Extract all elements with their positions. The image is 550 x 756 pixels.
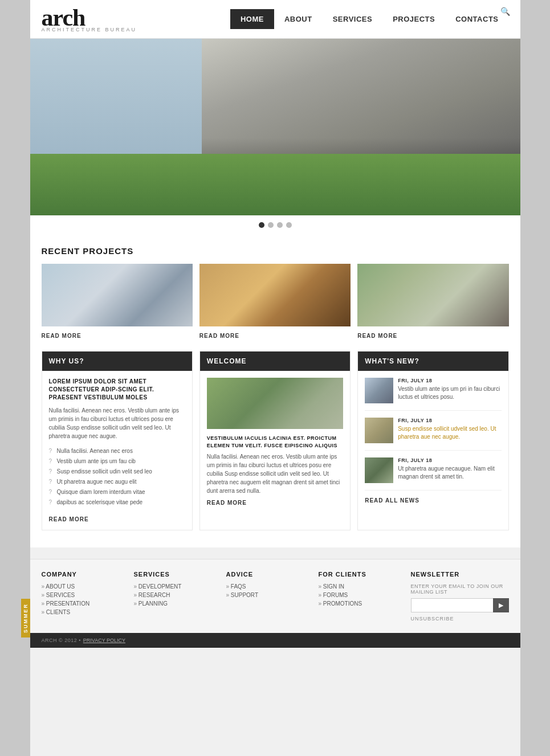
welcome-subtitle: VESTIBULUM IACULIS LACINIA EST. PROICTUM… <box>207 435 343 449</box>
summer-badge: SUMMER <box>21 599 30 638</box>
nav-services[interactable]: SERVICES <box>323 9 383 29</box>
footer-clients-link-1[interactable]: SIGN IN <box>319 583 405 590</box>
recent-projects-title: RECENT PROJECTS <box>42 246 509 256</box>
news-date-3: FRI, JULY 18 <box>398 457 501 463</box>
footer-top: COMPANY ABOUT US SERVICES PRESENTATION C… <box>30 559 520 633</box>
footer-services-link-1[interactable]: DEVELOPMENT <box>134 583 221 590</box>
project-card-2: READ MORE <box>199 264 351 340</box>
footer-company: COMPANY ABOUT US SERVICES PRESENTATION C… <box>42 571 128 622</box>
list-item-6: dapibus ac scelerisque vitae pede <box>49 497 185 508</box>
news-thumb-2 <box>365 418 393 443</box>
news-item-2: FRI, JULY 18 Susp endisse sollicit udvel… <box>365 418 501 451</box>
logo-text: arch <box>42 6 137 30</box>
why-us-block: WHY US? LOREM IPSUM DOLOR SIT AMET CONSE… <box>42 351 193 530</box>
why-us-title: LOREM IPSUM DOLOR SIT AMET CONSECTETUER … <box>49 378 185 402</box>
project-card-1: READ MORE <box>42 264 193 340</box>
news-content-1: FRI, JULY 18 Vestib ulum ante ips um pri… <box>398 378 501 403</box>
list-item-3: Susp endisse sollicit udin velit sed leo <box>49 467 185 477</box>
whats-new-block: WHAT'S NEW? FRI, JULY 18 Vestib ulum ant… <box>357 351 508 530</box>
footer-company-link-4[interactable]: CLIENTS <box>42 609 128 615</box>
slider-dot-1[interactable] <box>259 222 264 228</box>
list-item-2: Vestib ulum ante ips um fau cib <box>49 456 185 467</box>
newsletter-email-input[interactable] <box>411 598 493 612</box>
read-all-news[interactable]: READ ALL NEWS <box>365 497 501 504</box>
slider-dots <box>30 215 520 235</box>
recent-projects-section: RECENT PROJECTS READ MORE READ MORE READ… <box>42 246 509 340</box>
welcome-header: WELCOME <box>200 352 350 371</box>
logo-subtext: ARCHITECTURE BUREAU <box>42 27 137 32</box>
list-item-1: Nulla facilisi. Aenean nec eros <box>49 446 185 456</box>
news-text-3: Ut pharetra augue necaugue. Nam elit mag… <box>398 465 501 481</box>
project-image-3 <box>357 264 508 326</box>
news-thumb-3 <box>365 457 393 483</box>
footer-clients-link-3[interactable]: PROMOTIONS <box>319 600 405 607</box>
logo: arch ARCHITECTURE BUREAU <box>42 6 137 32</box>
footer-clients: FOR CLIENTS SIGN IN FORUMS PROMOTIONS <box>319 571 405 622</box>
footer-services-link-3[interactable]: PLANNING <box>134 600 221 607</box>
news-content-2: FRI, JULY 18 Susp endisse sollicit udvel… <box>398 418 501 443</box>
privacy-policy-link[interactable]: PRIVACY POLICY <box>83 638 125 643</box>
news-text-1: Vestib ulum ante ips um pri in fau cibur… <box>398 385 501 401</box>
slider-dot-4[interactable] <box>286 222 292 228</box>
whats-new-header: WHAT'S NEW? <box>358 352 508 371</box>
footer-advice: ADVICE FAQS SUPPORT <box>226 571 313 622</box>
welcome-read-more[interactable]: READ MORE <box>207 500 343 506</box>
why-us-read-more[interactable]: READ MORE <box>49 516 89 522</box>
header: arch ARCHITECTURE BUREAU HOME ABOUT SERV… <box>30 0 520 39</box>
footer-company-link-2[interactable]: SERVICES <box>42 592 128 598</box>
three-col-section: WHY US? LOREM IPSUM DOLOR SIT AMET CONSE… <box>42 351 509 530</box>
news-item-3: FRI, JULY 18 Ut pharetra augue necaugue.… <box>365 457 501 491</box>
welcome-body: VESTIBULUM IACULIS LACINIA EST. PROICTUM… <box>200 371 350 513</box>
news-thumb-1 <box>365 378 393 403</box>
unsubscribe-link[interactable]: UNSUBSCRIBE <box>411 616 509 622</box>
footer-advice-link-1[interactable]: FAQS <box>226 583 313 590</box>
footer-services-link-2[interactable]: RESEARCH <box>134 592 221 598</box>
search-icon[interactable]: 🔍 <box>500 7 510 16</box>
nav-home[interactable]: HOME <box>230 9 274 29</box>
main-nav: HOME ABOUT SERVICES PROJECTS CONTACTS <box>230 9 509 29</box>
project-read-more-1[interactable]: READ MORE <box>42 333 82 339</box>
list-item-5: Quisque diam lorem interdum vitae <box>49 487 185 497</box>
news-content-3: FRI, JULY 18 Ut pharetra augue necaugue.… <box>398 457 501 483</box>
footer-advice-title: ADVICE <box>226 571 313 578</box>
footer-company-link-3[interactable]: PRESENTATION <box>42 600 128 607</box>
project-image-1 <box>42 264 193 326</box>
newsletter-form: ▶ <box>411 598 509 612</box>
hero-grass <box>30 154 520 216</box>
why-us-text: Nulla facilisi. Aenean nec eros. Vestib … <box>49 406 185 440</box>
whats-new-body: FRI, JULY 18 Vestib ulum ante ips um pri… <box>358 371 508 510</box>
why-us-body: LOREM IPSUM DOLOR SIT AMET CONSECTETUER … <box>42 371 192 530</box>
footer-clients-link-2[interactable]: FORUMS <box>319 592 405 598</box>
footer-company-title: COMPANY <box>42 571 128 578</box>
why-us-header: WHY US? <box>42 352 192 371</box>
nav-projects[interactable]: PROJECTS <box>382 9 445 29</box>
footer-clients-title: FOR CLIENTS <box>319 571 405 578</box>
news-date-1: FRI, JULY 18 <box>398 378 501 383</box>
project-image-2 <box>199 264 351 326</box>
newsletter-description: ENTER YOUR EMAIL TO JOIN OUR MAILING LIS… <box>411 583 509 595</box>
project-read-more-3[interactable]: READ MORE <box>357 333 397 339</box>
footer-company-link-1[interactable]: ABOUT US <box>42 583 128 590</box>
footer-advice-link-2[interactable]: SUPPORT <box>226 592 313 598</box>
footer-newsletter: NEWSLETTER ENTER YOUR EMAIL TO JOIN OUR … <box>411 571 509 622</box>
welcome-text: Nulla facilisi. Aenean nec eros. Vestib … <box>207 452 343 495</box>
nav-contacts[interactable]: CONTACTS <box>445 9 508 29</box>
hero-sky <box>30 39 226 154</box>
news-date-2: FRI, JULY 18 <box>398 418 501 423</box>
footer-copyright: ARCH © 2012 • <box>42 638 81 643</box>
project-card-3: READ MORE <box>357 264 508 340</box>
footer-newsletter-title: NEWSLETTER <box>411 571 509 578</box>
news-item-1: FRI, JULY 18 Vestib ulum ante ips um pri… <box>365 378 501 411</box>
welcome-image <box>207 378 343 429</box>
slider-dot-3[interactable] <box>277 222 283 228</box>
footer-services: SERVICES DEVELOPMENT RESEARCH PLANNING <box>134 571 221 622</box>
news-text-2: Susp endisse sollicit udvelit sed leo. U… <box>398 425 501 441</box>
footer-bottom: ARCH © 2012 • PRIVACY POLICY <box>30 633 520 648</box>
nav-about[interactable]: ABOUT <box>274 9 323 29</box>
why-us-list: Nulla facilisi. Aenean nec eros Vestib u… <box>49 446 185 508</box>
slider-dot-2[interactable] <box>268 222 274 228</box>
welcome-block: WELCOME VESTIBULUM IACULIS LACINIA EST. … <box>199 351 351 530</box>
project-read-more-2[interactable]: READ MORE <box>199 333 239 339</box>
projects-grid: READ MORE READ MORE READ MORE <box>42 264 509 340</box>
newsletter-submit-button[interactable]: ▶ <box>493 598 509 612</box>
